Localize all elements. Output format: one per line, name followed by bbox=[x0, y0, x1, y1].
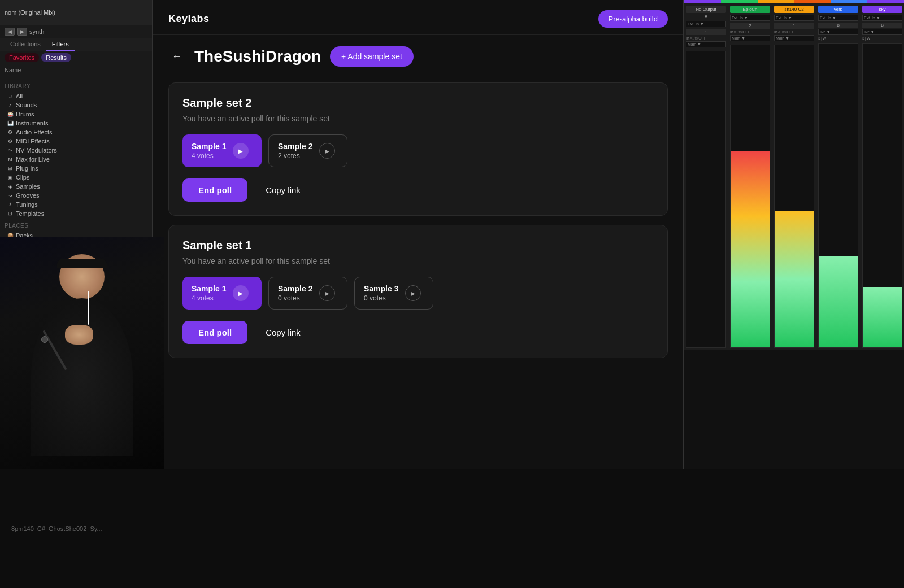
nav-fwd-btn[interactable]: ▶ bbox=[17, 28, 27, 36]
channel-3-routing: InAutoOFF bbox=[774, 30, 814, 34]
groove-icon: ↝ bbox=[7, 192, 14, 199]
results-badge[interactable]: Results bbox=[41, 53, 71, 62]
library-all[interactable]: ♫ All bbox=[0, 92, 152, 101]
plugin-icon: ⊞ bbox=[7, 165, 14, 172]
library-sounds[interactable]: ♪ Sounds bbox=[0, 101, 152, 110]
places-section-label: Places bbox=[0, 220, 152, 231]
person-mic-head bbox=[41, 336, 48, 343]
sample-card-2-1[interactable]: Sample 1 4 votes ▶ bbox=[182, 134, 262, 167]
sample-card-1-2[interactable]: Sample 2 0 votes ▶ bbox=[268, 277, 347, 310]
sample-card-2-2-votes: 2 votes bbox=[278, 152, 312, 160]
sample-1-1-play-btn[interactable]: ▶ bbox=[233, 285, 249, 301]
channel-5-select[interactable]: Ext. In ▼ bbox=[862, 15, 902, 21]
library-section-label: Library bbox=[0, 81, 152, 92]
nav-back-btn[interactable]: ◀ bbox=[5, 28, 15, 36]
instrument-icon: 🎹 bbox=[7, 120, 14, 127]
daw-tabs: Collections Filters bbox=[0, 38, 152, 51]
library-nv-modulators[interactable]: 〜 NV Modulators bbox=[0, 146, 152, 155]
channel-3-name: sn140 C2 bbox=[774, 6, 814, 13]
filters-tab[interactable]: Filters bbox=[46, 38, 75, 51]
channel-4-select[interactable]: Ext. In ▼ bbox=[818, 15, 858, 21]
channel-5-routing2: 3|W bbox=[862, 36, 902, 40]
track-title: nom (Original Mix) bbox=[5, 9, 55, 16]
library-midi-effects[interactable]: ⚙ MIDI Effects bbox=[0, 137, 152, 146]
library-tunings[interactable]: ♯ Tunings bbox=[0, 200, 152, 209]
person-earphone-wire bbox=[88, 291, 89, 325]
channel-3-meter-fill bbox=[775, 211, 814, 347]
sample-2-2-play-btn[interactable]: ▶ bbox=[319, 143, 335, 159]
channel-2-output[interactable]: Main ▼ bbox=[730, 35, 770, 41]
channel-3-select[interactable]: Ext. In ▼ bbox=[774, 15, 814, 21]
library-max-for-live[interactable]: M Max for Live bbox=[0, 155, 152, 164]
sample-card-1-3-name: Sample 3 bbox=[364, 284, 398, 293]
keylabs-header: Keylabs Pre-alpha build bbox=[153, 0, 684, 35]
channel-1: No Output ▼ Ext. In ▼ 1 InAutoOFF Main ▼ bbox=[684, 3, 728, 350]
library-instruments[interactable]: 🎹 Instruments bbox=[0, 119, 152, 128]
max-icon: M bbox=[7, 156, 14, 163]
channel-4-output[interactable]: 1/2 ▼ bbox=[818, 29, 858, 35]
sample-card-1-3-info: Sample 3 0 votes bbox=[364, 284, 398, 302]
sample-card-1-3-votes: 0 votes bbox=[364, 294, 398, 302]
add-sample-set-button[interactable]: + Add sample set bbox=[330, 46, 414, 67]
bottom-track-info: 8pm140_C#_GhostShe002_Sy... bbox=[11, 525, 102, 532]
sample-card-2-2[interactable]: Sample 2 2 votes ▶ bbox=[268, 134, 347, 167]
channel-1-output[interactable]: Main ▼ bbox=[686, 41, 726, 47]
channel-4-meter-fill bbox=[819, 256, 858, 347]
user-header: ← TheSushiDragon + Add sample set bbox=[153, 35, 684, 76]
channel-3-meter bbox=[774, 45, 814, 348]
end-poll-button-2[interactable]: End poll bbox=[182, 178, 247, 202]
keylabs-panel: Keylabs Pre-alpha build ← TheSushiDragon… bbox=[153, 0, 684, 469]
sample-card-1-1-name: Sample 1 bbox=[192, 284, 226, 293]
library-drums[interactable]: 🥁 Drums bbox=[0, 110, 152, 119]
name-column-header: Name bbox=[0, 64, 152, 76]
library-grooves[interactable]: ↝ Grooves bbox=[0, 191, 152, 200]
fx-icon: ⚙ bbox=[7, 129, 14, 136]
channel-2-select[interactable]: Ext. In ▼ bbox=[730, 15, 770, 21]
channel-1-meter bbox=[686, 51, 726, 348]
webcam-overlay bbox=[0, 237, 164, 469]
copy-link-button-1[interactable]: Copy link bbox=[254, 321, 312, 344]
person-body bbox=[31, 298, 133, 456]
channel-4-routing2: 3|W bbox=[818, 36, 858, 40]
library-clips[interactable]: ▣ Clips bbox=[0, 173, 152, 182]
library-plug-ins[interactable]: ⊞ Plug-ins bbox=[0, 164, 152, 173]
channel-2-meter-fill bbox=[731, 151, 770, 347]
sample-1-2-play-btn[interactable]: ▶ bbox=[319, 285, 335, 301]
pre-alpha-badge: Pre-alpha build bbox=[598, 10, 668, 28]
channel-5-output[interactable]: 1/2 ▼ bbox=[862, 29, 902, 35]
sample-set-2-title: Sample set 2 bbox=[182, 97, 654, 110]
channel-1-select[interactable]: Ext. In ▼ bbox=[686, 21, 726, 27]
sample-set-1-samples-row: Sample 1 4 votes ▶ Sample 2 0 votes ▶ bbox=[182, 277, 654, 310]
library-audio-effects[interactable]: ⚙ Audio Effects bbox=[0, 128, 152, 137]
sample-set-2-subtitle: You have an active poll for this sample … bbox=[182, 114, 654, 123]
channel-2-routing: InAutoOFF bbox=[730, 30, 770, 34]
library-samples[interactable]: ◈ Samples bbox=[0, 182, 152, 191]
sample-card-2-2-info: Sample 2 2 votes bbox=[278, 142, 312, 160]
sample-2-1-play-btn[interactable]: ▶ bbox=[233, 143, 249, 159]
library-templates[interactable]: ⊡ Templates bbox=[0, 209, 152, 218]
copy-link-button-2[interactable]: Copy link bbox=[254, 178, 312, 202]
channel-3-num: 1 bbox=[774, 23, 814, 29]
channel-3: sn140 C2 Ext. In ▼ 1 InAutoOFF Main ▼ bbox=[772, 3, 816, 350]
favorites-badge[interactable]: Favorites bbox=[5, 53, 39, 62]
sample-card-1-1[interactable]: Sample 1 4 votes ▶ bbox=[182, 277, 262, 310]
back-button[interactable]: ← bbox=[168, 48, 185, 65]
sample-1-3-play-btn[interactable]: ▶ bbox=[405, 285, 421, 301]
sample-set-1-title: Sample set 1 bbox=[182, 239, 654, 252]
sample-card-1-1-votes: 4 votes bbox=[192, 294, 226, 302]
person-headband bbox=[57, 259, 107, 268]
sample-set-2-actions: End poll Copy link bbox=[182, 178, 654, 202]
collections-tab[interactable]: Collections bbox=[5, 38, 46, 51]
synth-label: synth bbox=[29, 28, 44, 35]
sample-set-1-actions: End poll Copy link bbox=[182, 321, 654, 344]
sample-card-2-1-name: Sample 1 bbox=[192, 142, 226, 151]
channel-3-output[interactable]: Main ▼ bbox=[774, 35, 814, 41]
sound-icon: ♪ bbox=[7, 102, 14, 108]
channel-5-num: B bbox=[862, 23, 902, 28]
sample-card-1-3[interactable]: Sample 3 0 votes ▶ bbox=[354, 277, 433, 310]
sample-card-1-1-info: Sample 1 4 votes bbox=[192, 284, 226, 302]
sample-card-2-1-info: Sample 1 4 votes bbox=[192, 142, 226, 160]
end-poll-button-1[interactable]: End poll bbox=[182, 321, 247, 344]
channel-2-num: 2 bbox=[730, 23, 770, 29]
channel-5-meter-fill bbox=[863, 287, 902, 347]
